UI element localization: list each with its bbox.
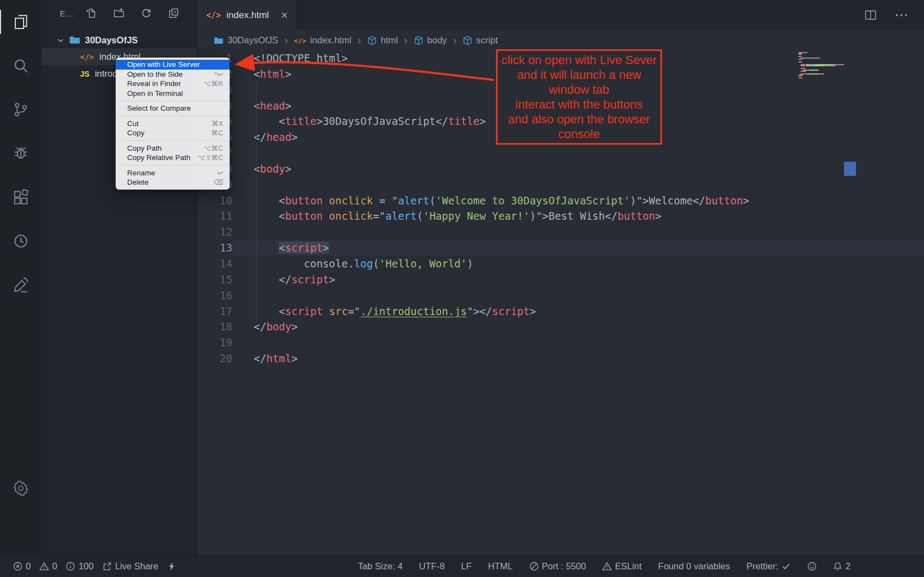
status-found-variables[interactable]: Found 0 variables [658,561,730,572]
port-icon [529,562,539,571]
code-line: 18</body> [197,319,924,335]
explorer-title: E… [60,9,74,18]
code-line: 14 console.log('Hello, World') [197,256,924,272]
code-line: 16 [197,288,924,304]
activity-clock-icon[interactable] [0,219,42,263]
status-eol[interactable]: LF [461,561,471,572]
menu-item-reveal-in-finder[interactable]: Reveal in Finder⌥⌘R [116,79,230,89]
menu-item-copy-relative-path[interactable]: Copy Relative Path⌥⇧⌘C [116,153,230,163]
tab-index-html[interactable]: </> index.html × [197,0,297,30]
status-live-server-port[interactable]: Port : 5500 [529,561,586,572]
breadcrumb-item-index.html[interactable]: </>index.html [294,35,351,45]
breadcrumb-item-body[interactable]: body [414,35,447,45]
menu-separator [116,165,230,165]
menu-item-select-for-compare[interactable]: Select for Compare [116,104,230,113]
code-line: 9 [197,177,924,193]
line-number: 18 [197,319,232,335]
annotation-line: window tab [499,82,659,97]
minimap[interactable] [798,50,847,79]
more-actions-icon[interactable]: ⋯ [894,7,909,24]
settings-gear-icon[interactable] [0,466,42,510]
breadcrumb-separator-icon: › [404,34,408,47]
menu-item-copy-path[interactable]: Copy Path⌥⌘C [116,144,230,153]
line-number: 13 [197,240,232,256]
line-number: 16 [197,288,232,304]
status-errors[interactable]: 0 [13,561,31,572]
menu-separator [116,140,230,141]
menu-item-open-with-live-server[interactable]: Open with Live Server [116,60,230,70]
menu-item-open-in-terminal[interactable]: Open in Terminal [116,89,230,99]
code-line: 13 <script> [197,240,924,256]
status-warnings[interactable]: 0 [39,561,57,572]
refresh-icon[interactable] [141,8,152,19]
menu-item-delete[interactable]: Delete⌫ [116,178,230,187]
activity-source-control-icon[interactable] [0,88,42,132]
code-line: 20</html> [197,351,924,367]
line-number: 20 [197,351,232,367]
activity-run-and-debug-icon[interactable] [0,132,42,175]
code-line: 12 [197,224,924,240]
smiley-icon [807,562,817,571]
warning-icon [602,562,612,571]
cube-icon [414,36,424,45]
line-content [232,288,924,304]
lightning-icon [167,562,176,571]
cube-icon [463,36,472,45]
collapse-all-icon[interactable] [168,8,179,19]
activity-search-icon[interactable] [0,44,42,88]
line-content: <body> [232,161,924,177]
menu-item-cut[interactable]: Cut⌘X [116,119,230,129]
line-content: </html> [232,351,924,367]
folder-name: 30DaysOfJS [85,35,138,45]
folder-icon [69,35,81,45]
breadcrumb-item-html[interactable]: html [367,35,398,45]
annotation-line: click on open with Live Sever [499,53,659,67]
folder-root-row[interactable]: 30DaysOfJS [42,32,197,48]
breadcrumb-item-script[interactable]: script [463,35,498,45]
breadcrumb-item-30DaysOfJS[interactable]: 30DaysOfJS [214,35,278,45]
activity-explorer-icon[interactable] [0,0,42,44]
line-content: console.log('Hello, World') [232,256,924,272]
html-file-icon: </> [80,53,94,61]
status-quick-action[interactable] [167,562,176,571]
new-folder-icon[interactable] [113,8,124,19]
activity-extensions-icon[interactable] [0,175,42,219]
status-notifications[interactable]: 2 [833,561,851,572]
line-content: <button onclick = "alert('Welcome to 30D… [232,193,924,209]
menu-item-open-to-the-side[interactable]: Open to the Side^↩ [116,70,230,79]
status-feedback[interactable] [807,562,817,571]
status-tab-size[interactable]: Tab Size: 4 [358,561,403,572]
breadcrumb-separator-icon: › [284,34,288,47]
html-icon: </> [294,35,306,45]
code-line: 8<body> [197,161,924,177]
line-content [232,335,924,351]
breadcrumb: 30DaysOfJS›</>index.html›html›body›scrip… [197,30,924,50]
annotation-line: console [499,127,659,141]
line-content [232,224,924,240]
cube-icon [367,36,377,45]
breadcrumb-separator-icon: › [453,34,457,47]
error-icon [13,562,22,571]
annotation-line: and also open the browser [499,112,659,127]
status-eslint[interactable]: ESLint [602,561,642,572]
line-content: </body> [232,319,924,335]
code-line: 10 <button onclick = "alert('Welcome to … [197,193,924,209]
activity-bar [0,0,42,555]
annotation-box: click on open with Live Severand it will… [496,49,662,145]
code-line: 11 <button onclick="alert('Happy New Yea… [197,208,924,224]
live-share-icon [102,562,112,571]
editor-actions: ⋯ [864,0,924,30]
status-encoding[interactable]: UTF-8 [419,561,445,572]
status-prettier[interactable]: Prettier: [746,561,791,572]
line-number: 10 [197,193,232,209]
status-info-count[interactable]: 100 [66,561,94,572]
close-icon[interactable]: × [281,9,288,21]
status-live-share[interactable]: Live Share [102,561,158,572]
split-editor-icon[interactable] [864,9,877,21]
menu-item-copy[interactable]: Copy⌘C [116,128,230,138]
status-language-mode[interactable]: HTML [488,561,513,572]
activity-pen-icon[interactable] [0,263,42,307]
code-line: 7 [197,145,924,161]
new-file-icon[interactable] [86,8,97,19]
menu-item-rename[interactable]: Rename↩ [116,168,230,178]
